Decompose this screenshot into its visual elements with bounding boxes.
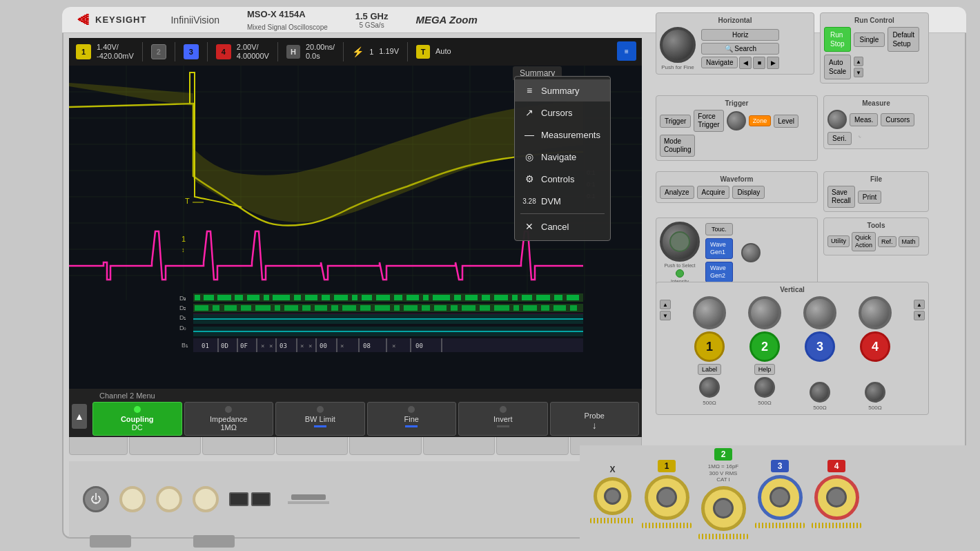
ref-btn[interactable]: Ref. <box>878 236 896 247</box>
ch2-v-knob[interactable] <box>748 296 781 329</box>
divider1 <box>142 42 143 61</box>
ch4-badge[interactable]: 4 <box>216 44 231 59</box>
ch4-v-knob[interactable] <box>859 296 892 329</box>
up-arrow-btn[interactable]: ▲ <box>72 404 87 429</box>
print-btn[interactable]: Print <box>858 191 882 204</box>
invert-button[interactable]: Invert <box>458 402 548 436</box>
mode-coupling-btn[interactable]: ModeCoupling <box>660 135 695 157</box>
svg-text:00: 00 <box>415 342 423 349</box>
display-btn[interactable]: Display <box>732 186 765 199</box>
ch2-pins <box>698 534 748 539</box>
nav-right-btn[interactable]: ▶ <box>767 57 779 69</box>
ch1-bnc[interactable] <box>645 475 689 520</box>
menu-item-measurements[interactable]: — Measurements <box>515 124 610 146</box>
analyze-btn[interactable]: Analyze <box>660 186 694 199</box>
probe-arrow: ↓ <box>553 420 636 431</box>
menu-item-dvm[interactable]: 3.28 DVM <box>515 190 610 212</box>
ch4-volts: 2.00V/ <box>237 43 259 51</box>
acquire-btn[interactable]: Acquire <box>697 186 730 199</box>
svg-rect-49 <box>241 305 251 311</box>
ch2-badge[interactable]: 2 <box>151 44 166 59</box>
save-recall-btn[interactable]: SaveRecall <box>827 186 855 208</box>
v-down-btn[interactable]: ▼ <box>660 311 671 320</box>
cursors-btn[interactable]: Cursors <box>881 113 914 126</box>
menu-item-summary[interactable]: ≡ Summary <box>515 79 610 102</box>
help-btn[interactable]: Help <box>754 364 776 375</box>
bw-limit-button[interactable]: BW Limit <box>275 402 365 436</box>
sample-rate: 5 GSa/s <box>355 21 389 29</box>
ch3-btn[interactable]: 3 <box>805 331 835 362</box>
wave-gen1-btn[interactable]: WaveGen1 <box>705 238 733 259</box>
trig-level: 1.19V <box>379 47 399 55</box>
math-btn[interactable]: Math <box>899 236 919 247</box>
nav-left-btn[interactable]: ◀ <box>739 57 752 69</box>
probe-comp-2[interactable] <box>156 486 182 512</box>
auto-scale-btn[interactable]: AutoScale <box>824 55 851 79</box>
seri-btn[interactable]: Seri. <box>827 132 852 145</box>
force-trigger-btn[interactable]: ForceTrigger <box>694 110 723 132</box>
nav-stop-btn[interactable]: ■ <box>753 57 765 69</box>
horizontal-knob[interactable] <box>660 27 696 63</box>
touch-btn[interactable]: Touc. <box>705 223 733 235</box>
horiz-btn[interactable]: Horiz <box>701 29 779 41</box>
wave-gen2-btn[interactable]: WaveGen2 <box>705 262 733 282</box>
select-knob[interactable] <box>660 222 700 262</box>
impedance-button[interactable]: Impedance 1MΩ <box>184 402 274 436</box>
meas-btn[interactable]: Meas. <box>850 113 878 126</box>
small-right-knob[interactable] <box>741 243 761 262</box>
h-badge[interactable]: H <box>286 45 300 59</box>
svg-rect-24 <box>273 295 290 300</box>
menu-item-cancel[interactable]: ✕ Cancel <box>515 215 610 238</box>
ch3-bnc[interactable] <box>758 475 803 520</box>
ch3-badge[interactable]: 3 <box>184 44 199 59</box>
scroll-up-btn[interactable]: ▲ <box>854 57 863 66</box>
ch3-v-knob[interactable] <box>803 296 836 329</box>
ch4-btn[interactable]: 4 <box>860 331 890 362</box>
navigate-btn[interactable]: Navigate <box>701 57 738 68</box>
ch1-btn[interactable]: 1 <box>694 331 725 362</box>
t-badge[interactable]: T <box>416 45 430 59</box>
quick-action-btn[interactable]: QuickAction <box>852 232 876 251</box>
search-btn[interactable]: 🔍 Search <box>701 43 779 55</box>
trig-mode: Auto <box>435 47 451 55</box>
coupling-button[interactable]: Coupling DC <box>92 402 182 436</box>
ch2-pos-knob[interactable] <box>754 377 775 398</box>
ch4-vertical-group: 4 500Ω <box>859 296 892 411</box>
screen-function-btn[interactable]: ≡ <box>617 41 636 61</box>
menu-item-navigate[interactable]: ◎ Navigate <box>515 146 610 168</box>
utility-btn[interactable]: Utility <box>827 235 850 247</box>
svg-rect-29 <box>352 295 357 300</box>
fine-button[interactable]: Fine <box>367 402 457 436</box>
probe-comp-3[interactable] <box>193 486 219 512</box>
x-bnc[interactable] <box>594 477 631 515</box>
menu-summary-label: Summary <box>541 86 580 96</box>
ch2-btn[interactable]: 2 <box>749 331 780 362</box>
single-btn[interactable]: Single <box>854 32 885 47</box>
ch4-bnc[interactable] <box>814 475 859 520</box>
trigger-level-knob[interactable] <box>727 111 746 130</box>
menu-item-cursors[interactable]: ↗ Cursors <box>515 102 610 124</box>
trigger-btn[interactable]: Trigger <box>660 115 691 128</box>
scroll-down-btn[interactable]: ▼ <box>854 68 863 77</box>
label-btn[interactable]: Label <box>698 364 721 375</box>
v-up-btn[interactable]: ▲ <box>660 300 671 309</box>
ch2-bnc[interactable] <box>701 486 746 531</box>
level-btn[interactable]: Level <box>774 115 798 128</box>
menu-item-controls[interactable]: ⚙ Controls <box>515 168 610 190</box>
power-button[interactable]: ⏻ <box>83 486 109 512</box>
ch1-badge[interactable]: 1 <box>76 44 91 59</box>
channel-menu-title: Channel 2 Menu <box>72 392 639 400</box>
run-stop-btn[interactable]: RunStop <box>824 27 851 52</box>
ch4-pos-knob[interactable] <box>865 382 885 403</box>
v-right-down-btn[interactable]: ▼ <box>914 311 925 320</box>
default-setup-btn[interactable]: DefaultSetup <box>888 27 919 52</box>
zone-btn[interactable]: Zone <box>749 115 772 126</box>
ch1-v-knob[interactable] <box>693 296 726 329</box>
v-right-up-btn[interactable]: ▲ <box>914 300 925 309</box>
probe-comp-1[interactable] <box>119 486 146 512</box>
ch3-pos-knob[interactable] <box>810 382 830 403</box>
probe-button[interactable]: Probe ↓ <box>550 402 640 436</box>
vertical-section: Vertical ▲ ▼ 1 Label 500Ω 2 Help <box>656 282 929 415</box>
ch1-pos-knob[interactable] <box>699 377 720 398</box>
measure-knob[interactable] <box>827 110 847 129</box>
